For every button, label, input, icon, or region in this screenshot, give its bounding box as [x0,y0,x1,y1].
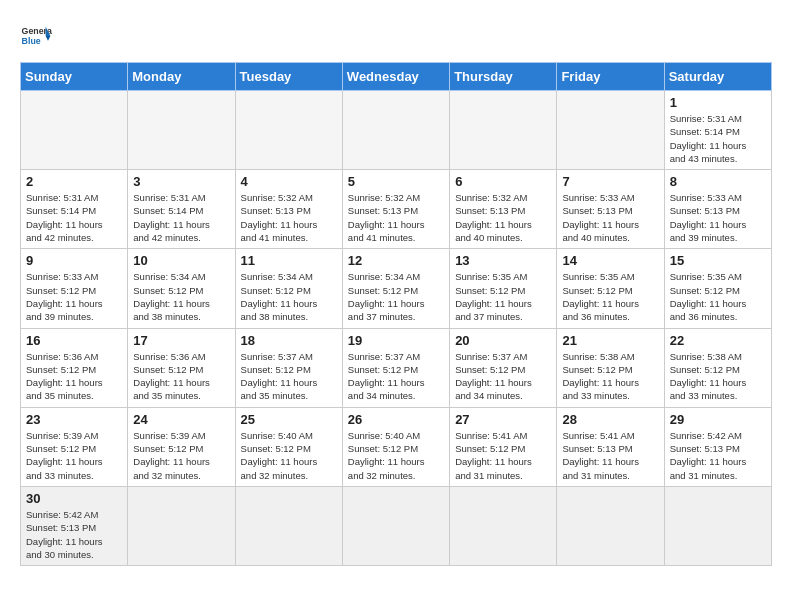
day-number: 23 [26,412,122,427]
day-info: Sunrise: 5:33 AM Sunset: 5:13 PM Dayligh… [670,191,766,244]
day-info: Sunrise: 5:34 AM Sunset: 5:12 PM Dayligh… [133,270,229,323]
day-info: Sunrise: 5:42 AM Sunset: 5:13 PM Dayligh… [670,429,766,482]
weekday-header-friday: Friday [557,63,664,91]
day-number: 2 [26,174,122,189]
day-number: 12 [348,253,444,268]
logo-icon: General Blue [20,20,52,52]
day-info: Sunrise: 5:42 AM Sunset: 5:13 PM Dayligh… [26,508,122,561]
calendar-cell: 10Sunrise: 5:34 AM Sunset: 5:12 PM Dayli… [128,249,235,328]
day-number: 17 [133,333,229,348]
day-number: 25 [241,412,337,427]
weekday-header-wednesday: Wednesday [342,63,449,91]
calendar-cell: 4Sunrise: 5:32 AM Sunset: 5:13 PM Daylig… [235,170,342,249]
day-number: 20 [455,333,551,348]
day-info: Sunrise: 5:40 AM Sunset: 5:12 PM Dayligh… [348,429,444,482]
day-number: 30 [26,491,122,506]
calendar-cell [557,486,664,565]
calendar-cell: 15Sunrise: 5:35 AM Sunset: 5:12 PM Dayli… [664,249,771,328]
calendar-table: SundayMondayTuesdayWednesdayThursdayFrid… [20,62,772,566]
day-info: Sunrise: 5:35 AM Sunset: 5:12 PM Dayligh… [670,270,766,323]
day-number: 4 [241,174,337,189]
weekday-header-tuesday: Tuesday [235,63,342,91]
day-info: Sunrise: 5:32 AM Sunset: 5:13 PM Dayligh… [348,191,444,244]
calendar-cell: 7Sunrise: 5:33 AM Sunset: 5:13 PM Daylig… [557,170,664,249]
day-number: 9 [26,253,122,268]
day-info: Sunrise: 5:41 AM Sunset: 5:12 PM Dayligh… [455,429,551,482]
day-info: Sunrise: 5:39 AM Sunset: 5:12 PM Dayligh… [26,429,122,482]
calendar-cell [21,91,128,170]
weekday-header-sunday: Sunday [21,63,128,91]
day-number: 26 [348,412,444,427]
logo: General Blue [20,20,52,52]
calendar-cell [235,91,342,170]
day-number: 13 [455,253,551,268]
calendar-cell: 17Sunrise: 5:36 AM Sunset: 5:12 PM Dayli… [128,328,235,407]
day-info: Sunrise: 5:34 AM Sunset: 5:12 PM Dayligh… [241,270,337,323]
day-number: 15 [670,253,766,268]
weekday-header-saturday: Saturday [664,63,771,91]
day-info: Sunrise: 5:35 AM Sunset: 5:12 PM Dayligh… [562,270,658,323]
day-number: 28 [562,412,658,427]
calendar-cell: 29Sunrise: 5:42 AM Sunset: 5:13 PM Dayli… [664,407,771,486]
weekday-header-thursday: Thursday [450,63,557,91]
svg-text:Blue: Blue [22,36,41,46]
day-info: Sunrise: 5:34 AM Sunset: 5:12 PM Dayligh… [348,270,444,323]
day-number: 19 [348,333,444,348]
calendar-cell [664,486,771,565]
day-info: Sunrise: 5:36 AM Sunset: 5:12 PM Dayligh… [133,350,229,403]
day-number: 18 [241,333,337,348]
calendar-cell [450,91,557,170]
day-number: 27 [455,412,551,427]
calendar-cell: 22Sunrise: 5:38 AM Sunset: 5:12 PM Dayli… [664,328,771,407]
day-number: 6 [455,174,551,189]
calendar-cell: 27Sunrise: 5:41 AM Sunset: 5:12 PM Dayli… [450,407,557,486]
calendar-cell: 21Sunrise: 5:38 AM Sunset: 5:12 PM Dayli… [557,328,664,407]
calendar-cell [128,91,235,170]
calendar-cell [128,486,235,565]
day-info: Sunrise: 5:31 AM Sunset: 5:14 PM Dayligh… [670,112,766,165]
day-info: Sunrise: 5:40 AM Sunset: 5:12 PM Dayligh… [241,429,337,482]
day-info: Sunrise: 5:38 AM Sunset: 5:12 PM Dayligh… [670,350,766,403]
calendar-cell: 30Sunrise: 5:42 AM Sunset: 5:13 PM Dayli… [21,486,128,565]
day-info: Sunrise: 5:37 AM Sunset: 5:12 PM Dayligh… [455,350,551,403]
day-number: 11 [241,253,337,268]
day-info: Sunrise: 5:39 AM Sunset: 5:12 PM Dayligh… [133,429,229,482]
calendar-cell: 14Sunrise: 5:35 AM Sunset: 5:12 PM Dayli… [557,249,664,328]
day-number: 10 [133,253,229,268]
calendar-cell: 20Sunrise: 5:37 AM Sunset: 5:12 PM Dayli… [450,328,557,407]
day-info: Sunrise: 5:37 AM Sunset: 5:12 PM Dayligh… [241,350,337,403]
day-info: Sunrise: 5:31 AM Sunset: 5:14 PM Dayligh… [133,191,229,244]
calendar-cell: 25Sunrise: 5:40 AM Sunset: 5:12 PM Dayli… [235,407,342,486]
page-header: General Blue [20,16,772,52]
calendar-cell [235,486,342,565]
day-number: 29 [670,412,766,427]
calendar-cell: 19Sunrise: 5:37 AM Sunset: 5:12 PM Dayli… [342,328,449,407]
calendar-cell [342,91,449,170]
day-info: Sunrise: 5:31 AM Sunset: 5:14 PM Dayligh… [26,191,122,244]
day-number: 22 [670,333,766,348]
weekday-header-monday: Monday [128,63,235,91]
day-info: Sunrise: 5:36 AM Sunset: 5:12 PM Dayligh… [26,350,122,403]
calendar-cell: 12Sunrise: 5:34 AM Sunset: 5:12 PM Dayli… [342,249,449,328]
calendar-cell [557,91,664,170]
day-number: 24 [133,412,229,427]
calendar-cell: 13Sunrise: 5:35 AM Sunset: 5:12 PM Dayli… [450,249,557,328]
day-info: Sunrise: 5:38 AM Sunset: 5:12 PM Dayligh… [562,350,658,403]
calendar-cell: 6Sunrise: 5:32 AM Sunset: 5:13 PM Daylig… [450,170,557,249]
calendar-cell [342,486,449,565]
day-number: 16 [26,333,122,348]
day-number: 21 [562,333,658,348]
day-info: Sunrise: 5:32 AM Sunset: 5:13 PM Dayligh… [241,191,337,244]
calendar-cell: 16Sunrise: 5:36 AM Sunset: 5:12 PM Dayli… [21,328,128,407]
calendar-cell: 18Sunrise: 5:37 AM Sunset: 5:12 PM Dayli… [235,328,342,407]
calendar-cell: 1Sunrise: 5:31 AM Sunset: 5:14 PM Daylig… [664,91,771,170]
calendar-cell: 5Sunrise: 5:32 AM Sunset: 5:13 PM Daylig… [342,170,449,249]
calendar-cell: 23Sunrise: 5:39 AM Sunset: 5:12 PM Dayli… [21,407,128,486]
svg-marker-3 [46,36,51,41]
day-info: Sunrise: 5:33 AM Sunset: 5:12 PM Dayligh… [26,270,122,323]
calendar-cell: 28Sunrise: 5:41 AM Sunset: 5:13 PM Dayli… [557,407,664,486]
calendar-cell [450,486,557,565]
calendar-cell: 26Sunrise: 5:40 AM Sunset: 5:12 PM Dayli… [342,407,449,486]
calendar-cell: 11Sunrise: 5:34 AM Sunset: 5:12 PM Dayli… [235,249,342,328]
calendar-cell: 24Sunrise: 5:39 AM Sunset: 5:12 PM Dayli… [128,407,235,486]
